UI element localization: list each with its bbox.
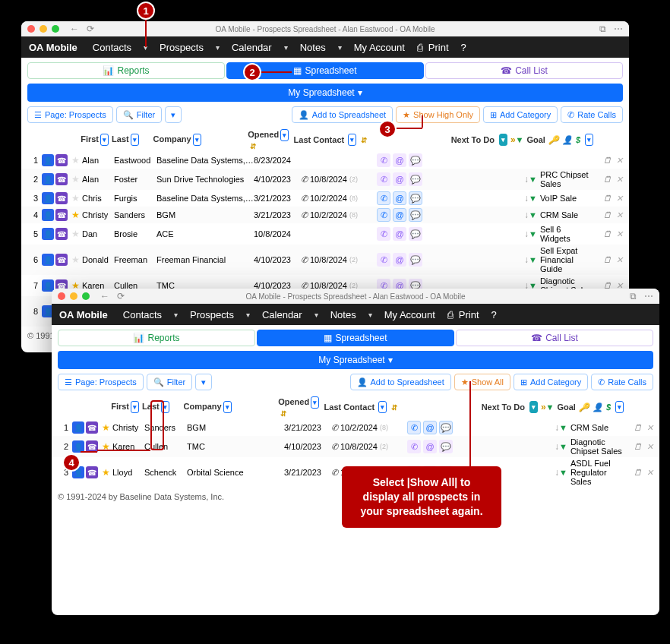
table-row[interactable]: 1 👤 ☎ ★ Christy Sanders BGM 3/21/2023 ✆ … — [52, 419, 659, 436]
table-row[interactable]: 1 👤 ☎ ★ Alan Eastwood Baseline Data Syst… — [21, 152, 629, 169]
remove-row-icon[interactable]: ✕ — [616, 229, 623, 239]
remove-row-icon[interactable]: ✕ — [616, 156, 623, 166]
call-action-icon[interactable]: ✆ — [377, 153, 390, 167]
call-action-icon[interactable]: ✆ — [407, 440, 421, 453]
col-first[interactable]: First — [111, 402, 129, 411]
col-last[interactable]: Last — [112, 134, 129, 144]
menu-notes[interactable]: Notes — [326, 309, 361, 320]
person-icon[interactable]: 👤 — [42, 192, 54, 204]
phone-badge-icon[interactable]: ☎ — [55, 228, 68, 240]
star-priority-icon[interactable]: ★ — [71, 229, 80, 239]
note-icon[interactable]: 🗒 — [603, 194, 612, 204]
note-icon[interactable]: 🗒 — [603, 229, 612, 239]
chat-action-icon[interactable]: 💬 — [439, 421, 453, 434]
menu-contacts[interactable]: Contacts — [119, 309, 166, 320]
minimize-window-icon[interactable] — [70, 292, 77, 300]
col-goal[interactable]: Goal — [557, 402, 575, 412]
note-icon[interactable]: 🗒 — [634, 423, 642, 433]
note-icon[interactable]: 🗒 — [603, 255, 612, 265]
email-action-icon[interactable]: @ — [393, 227, 406, 241]
star-priority-icon[interactable]: ★ — [71, 193, 80, 204]
maximize-window-icon[interactable] — [52, 25, 59, 33]
col-last-contact[interactable]: Last Contact — [294, 135, 345, 144]
menu-prospects-caret[interactable] — [242, 311, 254, 319]
more-icon[interactable]: ⋯ — [614, 24, 623, 34]
chat-action-icon[interactable]: 💬 — [409, 191, 422, 205]
menu-print[interactable]: Print — [443, 309, 484, 320]
menu-calendar[interactable]: Calendar — [258, 309, 307, 320]
star-priority-icon[interactable]: ★ — [71, 210, 80, 220]
tab-reports[interactable]: 📊Reports — [58, 330, 255, 346]
phone-badge-icon[interactable]: ☎ — [86, 421, 98, 434]
page-prospects-button[interactable]: ☰Page: Prospects — [58, 374, 144, 390]
email-action-icon[interactable]: @ — [393, 253, 406, 267]
tab-call-list[interactable]: ☎Call List — [425, 62, 623, 79]
col-company[interactable]: Company — [153, 134, 191, 144]
tab-spreadsheet[interactable]: ▦Spreadsheet — [257, 330, 454, 346]
phone-badge-icon[interactable]: ☎ — [55, 173, 68, 185]
copy-icon[interactable]: ⧉ — [630, 291, 637, 301]
star-priority-icon[interactable]: ★ — [71, 155, 80, 166]
back-icon[interactable]: ← — [100, 291, 109, 301]
col-last[interactable]: Last — [142, 402, 160, 411]
col-todo-dd[interactable]: ▾ — [499, 134, 507, 146]
filter-button[interactable]: 🔍Filter — [147, 374, 192, 390]
tab-reports[interactable]: 📊Reports — [27, 62, 225, 79]
col-goal[interactable]: Goal — [526, 135, 545, 144]
col-next-todo[interactable]: Next To Do — [451, 135, 495, 144]
back-icon[interactable]: ← — [70, 24, 79, 34]
menu-help[interactable]: ? — [457, 42, 471, 53]
col-first-dd[interactable]: ▾ — [100, 134, 109, 146]
star-priority-icon[interactable]: ★ — [71, 254, 80, 265]
col-last-contact[interactable]: Last Contact — [324, 402, 375, 412]
add-to-spreadsheet-button[interactable]: 👤Add to Spreadsheet — [350, 374, 451, 390]
menu-contacts[interactable]: Contacts — [88, 42, 136, 53]
person-icon[interactable]: 👤 — [42, 254, 54, 266]
phone-badge-icon[interactable]: ☎ — [55, 192, 68, 204]
note-icon[interactable]: 🗒 — [634, 442, 642, 452]
star-priority-icon[interactable]: ★ — [71, 174, 80, 185]
star-priority-icon[interactable]: ★ — [102, 422, 110, 433]
menu-prospects-caret[interactable] — [211, 43, 224, 52]
star-priority-icon[interactable]: ★ — [102, 467, 110, 478]
remove-row-icon[interactable]: ✕ — [616, 175, 623, 185]
maximize-window-icon[interactable] — [82, 292, 90, 300]
person-icon[interactable]: 👤 — [42, 228, 54, 240]
email-action-icon[interactable]: @ — [423, 421, 437, 434]
phone-badge-icon[interactable]: ☎ — [55, 254, 68, 266]
person-icon[interactable]: 👤 — [42, 173, 54, 185]
rate-calls-button[interactable]: ✆Rate Calls — [561, 106, 623, 123]
tab-call-list[interactable]: ☎Call List — [456, 330, 653, 346]
note-icon[interactable]: 🗒 — [603, 156, 612, 166]
email-action-icon[interactable]: @ — [393, 172, 406, 186]
phone-badge-icon[interactable]: ☎ — [55, 209, 68, 221]
menu-my-account[interactable]: My Account — [349, 42, 409, 53]
refresh-icon[interactable]: ⟳ — [117, 291, 125, 301]
email-action-icon[interactable]: @ — [393, 208, 406, 222]
call-action-icon[interactable]: ✆ — [377, 253, 390, 267]
menu-calendar-caret[interactable] — [280, 43, 292, 52]
remove-row-icon[interactable]: ✕ — [646, 468, 653, 478]
phone-badge-icon[interactable]: ☎ — [86, 466, 98, 478]
col-lc-dd[interactable]: ▾ — [348, 134, 356, 146]
menu-print[interactable]: Print — [412, 42, 454, 53]
email-action-icon[interactable]: @ — [423, 440, 437, 453]
email-action-icon[interactable]: @ — [393, 191, 406, 205]
remove-row-icon[interactable]: ✕ — [646, 442, 653, 452]
my-spreadsheet-button[interactable]: My Spreadsheet ▾ — [27, 84, 623, 102]
copy-icon[interactable]: ⧉ — [599, 24, 606, 34]
menu-prospects[interactable]: Prospects — [155, 42, 208, 53]
col-goal-dd[interactable]: ▾ — [585, 134, 593, 146]
menu-notes[interactable]: Notes — [295, 42, 330, 53]
add-category-button[interactable]: ⊞Add Category — [483, 106, 558, 123]
col-opened-dd[interactable]: ▾ — [280, 129, 289, 141]
more-icon[interactable]: ⋯ — [644, 291, 653, 301]
rate-calls-button[interactable]: ✆Rate Calls — [591, 374, 653, 390]
chat-action-icon[interactable]: 💬 — [409, 253, 422, 267]
call-action-icon[interactable]: ✆ — [377, 208, 390, 222]
remove-row-icon[interactable]: ✕ — [646, 423, 653, 433]
col-first[interactable]: First — [81, 134, 99, 144]
note-icon[interactable]: 🗒 — [634, 468, 642, 478]
add-to-spreadsheet-button[interactable]: 👤Add to Spreadsheet — [292, 106, 393, 123]
person-icon[interactable]: 👤 — [72, 421, 84, 434]
